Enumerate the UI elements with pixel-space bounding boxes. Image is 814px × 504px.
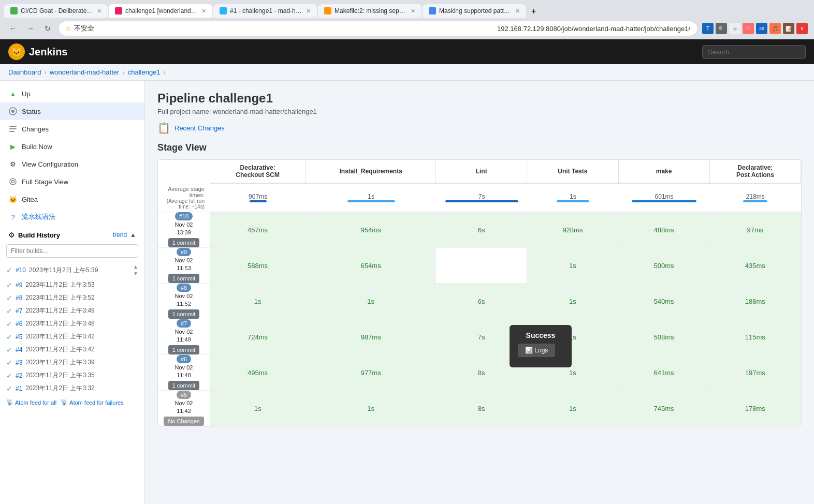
tab-1[interactable]: CI/CD Goat - Deliberately vu... ✕ <box>4 4 108 18</box>
forward-button[interactable]: → <box>24 22 37 35</box>
sort-down-icon[interactable]: ▼ <box>133 271 138 276</box>
filter-builds-input[interactable] <box>6 244 138 258</box>
commit-btn[interactable]: 1 commit <box>168 345 200 354</box>
stage-cell[interactable]: 588ms <box>210 248 306 284</box>
stage-cell[interactable]: 457ms <box>210 212 306 248</box>
stage-cell[interactable]: 1s <box>210 391 306 426</box>
stage-cell[interactable]: 6s <box>436 212 527 248</box>
tab-2[interactable]: challenge1 [wonderland-ma... ✕ <box>109 4 212 18</box>
stage-cell[interactable]: 8s <box>436 391 527 426</box>
tab-close-1[interactable]: ✕ <box>97 8 101 14</box>
stage-cell[interactable]: 488ms <box>619 212 710 248</box>
tab-close-5[interactable]: ✕ <box>515 8 520 14</box>
url-bar[interactable]: ⚠ 不安全 192.168.72.129:8080/job/wonderland… <box>58 21 698 36</box>
ext-multi2[interactable]: 🎵 <box>769 23 781 34</box>
jenkins-logo[interactable]: 🐱 Jenkins <box>8 43 67 60</box>
stage-cell[interactable]: 178ms <box>710 391 801 426</box>
stage-cell[interactable]: 188ms <box>710 284 801 319</box>
ext-star[interactable]: ☆ <box>729 23 740 34</box>
stage-cell[interactable]: 641ms <box>619 355 710 391</box>
stage-cell[interactable]: 928ms <box>527 212 618 248</box>
jenkins-search-input[interactable] <box>702 45 806 59</box>
reload-button[interactable]: ↻ <box>41 22 54 35</box>
tab-close-3[interactable]: ✕ <box>306 8 311 14</box>
jenkins-logo-icon: 🐱 <box>8 43 25 60</box>
ext-translate[interactable]: T <box>702 23 714 34</box>
sidebar-item-full-stage[interactable]: Full Stage View <box>0 173 144 190</box>
build-number-link[interactable]: #4 <box>16 346 22 353</box>
build-number-link[interactable]: #8 <box>16 294 22 302</box>
atom-all-link[interactable]: 📡 Atom feed for all <box>6 399 56 406</box>
stage-cell[interactable]: 1s <box>527 248 618 284</box>
build-badge[interactable]: #8 <box>177 284 191 292</box>
build-number-link[interactable]: #9 <box>16 281 22 289</box>
sort-arrow-icon[interactable]: ▲ <box>130 231 136 239</box>
sidebar-item-status[interactable]: Status <box>0 102 144 120</box>
build-badge[interactable]: #7 <box>177 319 191 328</box>
commit-btn[interactable]: 1 commit <box>168 274 200 283</box>
new-tab-button[interactable]: + <box>527 5 540 18</box>
stage-cell[interactable]: 1s <box>306 284 436 319</box>
tab-close-4[interactable]: ✕ <box>411 8 415 14</box>
build-badge[interactable]: #5 <box>177 391 191 399</box>
tab-3[interactable]: #1 - challenge1 - mad-hatte... ✕ <box>213 4 317 18</box>
stage-cell[interactable]: 1s <box>306 391 436 426</box>
build-number-link[interactable]: #1 <box>16 385 22 392</box>
tab-5[interactable]: Masking supported pattern... ✕ <box>423 4 526 18</box>
ext-multi4[interactable]: 8 <box>796 23 808 34</box>
build-number-link[interactable]: #3 <box>16 359 22 366</box>
tooltip-logs-button[interactable]: 📊 Logs <box>518 344 555 357</box>
build-number-link[interactable]: #6 <box>16 320 22 328</box>
stage-cell[interactable]: 540ms <box>619 284 710 319</box>
recent-changes-link[interactable]: Recent Changes <box>175 124 225 132</box>
stage-cell[interactable]: 97ms <box>710 212 801 248</box>
tab-close-2[interactable]: ✕ <box>201 8 206 14</box>
commit-btn[interactable]: 1 commit <box>168 381 200 390</box>
build-badge[interactable]: #6 <box>177 355 191 363</box>
stage-cell[interactable]: 500ms <box>619 248 710 284</box>
build-badge[interactable]: #10 <box>175 212 193 220</box>
stage-cell[interactable]: 977ms <box>306 355 436 391</box>
stage-cell[interactable]: 435ms <box>710 248 801 284</box>
breadcrumb-current[interactable]: challenge1 <box>128 68 161 76</box>
build-number-link[interactable]: #7 <box>16 307 22 315</box>
build-badge[interactable]: #9 <box>177 248 191 256</box>
commit-btn[interactable]: 1 commit <box>168 309 200 319</box>
sidebar-item-gitea[interactable]: 🐱 Gitea <box>0 190 144 208</box>
sort-up-icon[interactable]: ▲ <box>133 264 138 270</box>
stage-cell[interactable]: 197ms <box>710 355 801 391</box>
build-number-link[interactable]: #2 <box>16 372 22 379</box>
stage-cell[interactable]: 508ms <box>619 319 710 355</box>
sidebar-item-build-now[interactable]: ▶ Build Now <box>0 138 144 155</box>
breadcrumb-parent[interactable]: wonderland-mad-hatter <box>50 68 119 76</box>
sidebar-item-pipeline-syntax[interactable]: ? 流水线语法 <box>0 208 144 226</box>
sidebar-item-view-config[interactable]: ⚙ View Configuration <box>0 155 144 173</box>
stage-cell[interactable]: 6s <box>436 284 527 319</box>
tab-4[interactable]: Makefile:2: missing separ... ✕ <box>318 4 421 18</box>
stage-cell[interactable]: 115ms <box>710 319 801 355</box>
commit-btn[interactable]: 1 commit <box>168 238 200 247</box>
build-number-link[interactable]: #10 <box>16 266 26 274</box>
sidebar-item-up[interactable]: ▲ Up <box>0 85 144 102</box>
ext-shield[interactable]: 🛡 <box>743 23 754 34</box>
stage-cell[interactable]: 654ms <box>306 248 436 284</box>
build-timestamp: 2023年11月2日 上午3:42 <box>25 345 94 354</box>
build-number-link[interactable]: #5 <box>16 333 22 340</box>
commit-btn[interactable]: No Changes <box>164 417 204 426</box>
stage-cell[interactable]: 987ms <box>306 319 436 355</box>
stage-cell[interactable]: 495ms <box>210 355 306 391</box>
build-history-trend[interactable]: trend <box>113 231 127 239</box>
stage-cell[interactable]: 1s <box>527 391 618 426</box>
stage-cell[interactable]: 954ms <box>306 212 436 248</box>
ext-multi1[interactable]: 28 <box>756 23 767 34</box>
ext-search[interactable]: 🔍 <box>716 23 727 34</box>
breadcrumb-dashboard[interactable]: Dashboard <box>8 68 41 76</box>
stage-cell[interactable]: 724ms <box>210 319 306 355</box>
ext-multi3[interactable]: 📝 <box>783 23 794 34</box>
atom-failures-link[interactable]: 📡 Atom feed for failures <box>61 399 124 406</box>
back-button[interactable]: ← <box>6 22 20 35</box>
stage-cell[interactable]: 1s <box>527 284 618 319</box>
stage-cell[interactable]: 745ms <box>619 391 710 426</box>
stage-cell[interactable]: 1s <box>210 284 306 319</box>
sidebar-item-changes[interactable]: Changes <box>0 120 144 138</box>
